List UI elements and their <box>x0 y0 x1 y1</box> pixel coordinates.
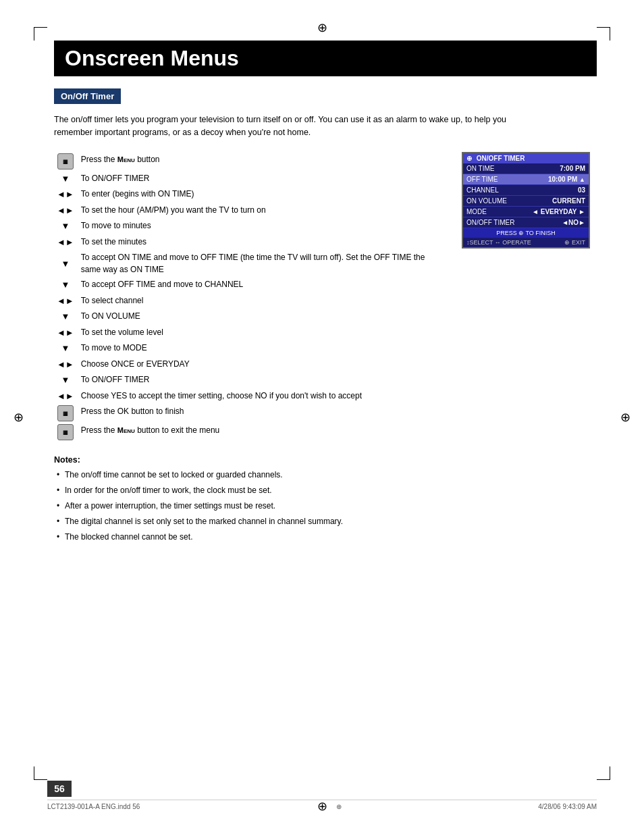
notes-list: The on/off time cannot be set to locked … <box>54 469 597 543</box>
step-text: Choose YES to accept the timer setting, … <box>78 388 448 405</box>
step-text: Press the Menu button <box>78 152 448 171</box>
tv-screen-row-off-time: OFF TIME 10:00 PM ▲ <box>463 174 589 185</box>
down-arrow-icon: ▼ <box>54 309 78 325</box>
tv-screen-row-onoff-timer: ON/OFF TIMER ◄NO► <box>463 217 589 228</box>
step-text: Choose ONCE or EVERYDAY <box>78 357 448 373</box>
intro-text: The on/off timer lets you program your t… <box>54 113 513 140</box>
tv-screen-column: ⊕ ON/OFF TIMER ON TIME 7:00 PM OFF TIME … <box>462 152 597 249</box>
step-text: To ON/OFF TIMER <box>78 171 448 187</box>
step-row: ▼ To move to minutes <box>54 218 448 234</box>
step-row: ▼ To accept ON TIME and move to OFF TIME… <box>54 250 448 277</box>
step-text: To enter (begins with ON TIME) <box>78 186 448 203</box>
step-row: ◄► To enter (begins with ON TIME) <box>54 186 448 203</box>
tv-screen-row-on-volume: ON VOLUME CURRENT <box>463 196 589 207</box>
step-row: ▦ Press the Menu button to exit the menu <box>54 423 448 442</box>
lr-arrow-icon: ◄► <box>54 293 78 309</box>
footer-right: 4/28/06 9:43:09 AM <box>538 803 597 810</box>
lr-arrow-icon: ◄► <box>54 388 78 405</box>
down-arrow-icon: ▼ <box>54 372 78 388</box>
notes-title: Notes: <box>54 455 597 465</box>
step-row: ▼ To ON/OFF TIMER <box>54 171 448 187</box>
notes-item: After a power interruption, the timer se… <box>54 500 597 512</box>
page-number: 56 <box>47 781 72 797</box>
step-text: Press the OK button to finish <box>78 404 448 423</box>
step-text: To ON VOLUME <box>78 309 448 325</box>
notes-item: The blocked channel cannot be set. <box>54 531 597 543</box>
tv-screen: ⊕ ON/OFF TIMER ON TIME 7:00 PM OFF TIME … <box>462 152 590 249</box>
step-text: To move to minutes <box>78 218 448 234</box>
menu-btn2-icon: ▦ <box>54 423 78 442</box>
step-text: To set the volume level <box>78 325 448 341</box>
step-text: To accept OFF TIME and move to CHANNEL <box>78 277 448 293</box>
footer-center: ⊕ <box>336 803 342 810</box>
step-row: ▼ To ON VOLUME <box>54 309 448 325</box>
page-title: Onscreen Menus <box>54 41 597 76</box>
step-row: ▦ Press the Menu button <box>54 152 448 171</box>
down-arrow-icon: ▼ <box>54 218 78 234</box>
step-text: Press the Menu button to exit the menu <box>78 423 448 442</box>
notes-item: The on/off time cannot be set to locked … <box>54 469 597 481</box>
step-text: To set the minutes <box>78 234 448 251</box>
lr-arrow-icon: ◄► <box>54 234 78 251</box>
step-row: ▦ Press the OK button to finish <box>54 404 448 423</box>
content-area: ▦ Press the Menu button ▼ To ON/OFF TIME… <box>54 152 597 442</box>
step-row: ◄► To set the volume level <box>54 325 448 341</box>
notes-item: In order for the on/off timer to work, t… <box>54 484 597 496</box>
tv-screen-row-channel: CHANNEL 03 <box>463 185 589 196</box>
steps-column: ▦ Press the Menu button ▼ To ON/OFF TIME… <box>54 152 448 442</box>
steps-table: ▦ Press the Menu button ▼ To ON/OFF TIME… <box>54 152 448 442</box>
notes-item: The digital channel is set only set to t… <box>54 515 597 527</box>
section-heading: On/Off Timer <box>54 88 121 104</box>
lr-arrow-icon: ◄► <box>54 203 78 219</box>
tv-screen-title: ⊕ ON/OFF TIMER <box>463 153 589 163</box>
step-row: ▼ To ON/OFF TIMER <box>54 372 448 388</box>
down-arrow-icon: ▼ <box>54 171 78 187</box>
tv-screen-row-mode: MODE ◄ EVERYDAY ► <box>463 207 589 217</box>
step-row: ◄► To select channel <box>54 293 448 309</box>
footer-left: LCT2139-001A-A ENG.indd 56 <box>47 803 140 810</box>
tv-screen-nav: ↕SELECT ↔ OPERATE ⊕ EXIT <box>463 238 589 247</box>
step-text: To move to MODE <box>78 340 448 357</box>
step-row: ◄► To set the hour (AM/PM) you want the … <box>54 203 448 219</box>
down-arrow-icon: ▼ <box>54 250 78 277</box>
step-text: To accept ON TIME and move to OFF TIME (… <box>78 250 448 277</box>
notes-section: Notes: The on/off time cannot be set to … <box>54 455 597 543</box>
step-row: ◄► Choose ONCE or EVERYDAY <box>54 357 448 373</box>
step-text: To ON/OFF TIMER <box>78 372 448 388</box>
menu-btn-icon: ▦ <box>54 152 78 171</box>
footer: LCT2139-001A-A ENG.indd 56 ⊕ 4/28/06 9:4… <box>47 800 597 810</box>
tv-screen-row-on-time: ON TIME 7:00 PM <box>463 163 589 174</box>
step-row: ◄► To set the minutes <box>54 234 448 251</box>
step-text: To select channel <box>78 293 448 309</box>
tv-screen-nav-left: ↕SELECT ↔ OPERATE <box>466 239 531 246</box>
tv-screen-bottom: PRESS ⊕ TO FINISH <box>463 228 589 238</box>
down-arrow-icon: ▼ <box>54 277 78 293</box>
down-arrow-icon: ▼ <box>54 340 78 357</box>
lr-arrow-icon: ◄► <box>54 186 78 203</box>
ok-btn-icon: ▦ <box>54 404 78 423</box>
lr-arrow-icon: ◄► <box>54 325 78 341</box>
lr-arrow-icon: ◄► <box>54 357 78 373</box>
step-row: ▼ To accept OFF TIME and move to CHANNEL <box>54 277 448 293</box>
step-row: ◄► Choose YES to accept the timer settin… <box>54 388 448 405</box>
step-row: ▼ To move to MODE <box>54 340 448 357</box>
step-text: To set the hour (AM/PM) you want the TV … <box>78 203 448 219</box>
tv-screen-nav-right: ⊕ EXIT <box>564 239 585 246</box>
